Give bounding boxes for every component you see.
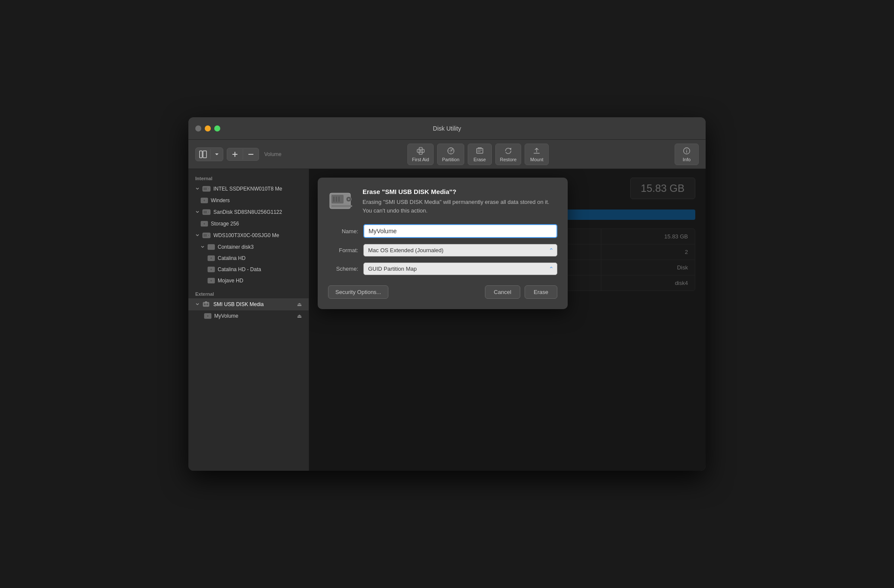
format-select[interactable]: Mac OS Extended (Journaled) Mac OS Exten…: [363, 244, 557, 256]
volume-group: [227, 148, 259, 161]
catalina-hd-data-name: Catalina HD - Data: [218, 266, 261, 272]
partition-label: Partition: [442, 157, 459, 162]
maximize-button[interactable]: [214, 125, 220, 131]
add-volume-button[interactable]: [227, 148, 243, 160]
modal-buttons: Security Options... Cancel Erase: [328, 285, 557, 299]
scheme-row: Scheme: GUID Partition Map Master Boot R…: [328, 263, 557, 275]
app-window: Disk Utility: [188, 117, 706, 471]
modal-description: Erasing "SMI USB DISK Media" will perman…: [363, 198, 557, 215]
svg-point-17: [203, 222, 206, 225]
format-row: Format: Mac OS Extended (Journaled) Mac …: [328, 244, 557, 256]
sidebar-item-wds-drive[interactable]: WDS100T3X0C-00SJG0 Me: [188, 229, 309, 241]
mount-button[interactable]: Mount: [525, 144, 549, 165]
scheme-select[interactable]: GUID Partition Map Master Boot Record Ap…: [363, 263, 557, 275]
sidebar-item-container-disk3[interactable]: Container disk3: [195, 241, 309, 253]
erase-modal: Erase "SMI USB DISK Media"? Erasing "SMI…: [318, 178, 568, 309]
sidebar: Internal INTEL SSDPEKNW010T8 Me Wind: [188, 169, 309, 471]
svg-point-15: [208, 211, 209, 213]
sidebar-item-smi-drive[interactable]: SMI USB DISK Media ⏏: [188, 298, 309, 310]
titlebar: Disk Utility: [188, 117, 706, 140]
svg-rect-36: [331, 205, 352, 207]
wds-drive-name: WDS100T3X0C-00SJG0 Me: [213, 232, 279, 238]
external-section-label: External: [188, 290, 309, 298]
restore-button[interactable]: Restore: [495, 144, 522, 165]
window-title: Disk Utility: [433, 125, 461, 132]
scheme-select-wrapper: GUID Partition Map Master Boot Record Ap…: [363, 263, 557, 275]
intel-children: Winders: [188, 195, 309, 206]
name-label: Name:: [328, 228, 358, 235]
svg-point-23: [210, 257, 213, 260]
modal-header-text: Erase "SMI USB DISK Media"? Erasing "SMI…: [363, 188, 557, 216]
name-input[interactable]: [363, 224, 557, 238]
svg-rect-1: [203, 151, 206, 158]
toolbar: Volume First Aid Partition: [188, 140, 706, 169]
svg-rect-39: [333, 197, 334, 202]
view-dropdown-button[interactable]: [211, 149, 223, 160]
view-sidebar-button[interactable]: [196, 148, 210, 161]
container-disk3-name: Container disk3: [218, 244, 253, 250]
svg-rect-31: [206, 303, 208, 305]
eject-icon-smi[interactable]: ⏏: [297, 301, 302, 307]
mojave-hd-name: Mojave HD: [218, 278, 243, 284]
traffic-lights: [195, 125, 220, 131]
svg-rect-40: [336, 197, 337, 202]
info-button[interactable]: Info: [675, 144, 699, 165]
svg-rect-5: [477, 148, 483, 153]
first-aid-button[interactable]: First Aid: [407, 144, 434, 165]
erase-label: Erase: [473, 157, 486, 162]
sandisk-drive-name: SanDisk SD8SN8U256G1122: [213, 209, 282, 215]
svg-rect-30: [204, 303, 206, 305]
modal-title: Erase "SMI USB DISK Media"?: [363, 188, 557, 195]
intel-drive-name: INTEL SSDPEKNW010T8 Me: [213, 186, 282, 192]
svg-rect-14: [203, 211, 207, 213]
sidebar-item-winders[interactable]: Winders: [195, 195, 309, 206]
modal-header: Erase "SMI USB DISK Media"? Erasing "SMI…: [328, 188, 557, 216]
modal-disk-icon: [328, 188, 356, 216]
svg-point-12: [203, 199, 206, 202]
eject-icon-myvolume[interactable]: ⏏: [297, 313, 302, 319]
sidebar-item-catalina-hd-data[interactable]: Catalina HD - Data: [195, 264, 309, 275]
erase-confirm-button[interactable]: Erase: [525, 285, 557, 299]
svg-rect-29: [205, 301, 207, 303]
svg-rect-0: [200, 151, 202, 158]
winders-name: Winders: [211, 197, 230, 203]
partition-button[interactable]: Partition: [437, 144, 464, 165]
erase-button[interactable]: Erase: [468, 144, 492, 165]
svg-point-38: [348, 198, 350, 200]
svg-point-33: [206, 315, 209, 317]
content-area: 15.83 GB Location: External Capacity: 15…: [309, 169, 706, 471]
volume-label: Volume: [264, 151, 281, 157]
sidebar-item-myvolume[interactable]: MyVolume ⏏: [195, 310, 309, 322]
security-options-button[interactable]: Security Options...: [328, 285, 388, 299]
info-label: Info: [683, 157, 691, 162]
svg-point-20: [208, 235, 209, 236]
first-aid-label: First Aid: [412, 157, 429, 162]
smi-drive-name: SMI USB DISK Media: [213, 301, 294, 307]
name-row: Name:: [328, 224, 557, 238]
format-select-wrapper: Mac OS Extended (Journaled) Mac OS Exten…: [363, 244, 557, 256]
sidebar-item-mojave-hd[interactable]: Mojave HD: [195, 275, 309, 286]
modal-form: Name: Format: Mac OS Extended (Journaled…: [328, 224, 557, 275]
sidebar-item-storage256[interactable]: Storage 256: [195, 218, 309, 229]
mount-label: Mount: [530, 157, 544, 162]
main-area: Internal INTEL SSDPEKNW010T8 Me Wind: [188, 169, 706, 471]
svg-rect-19: [203, 234, 207, 237]
minimize-button[interactable]: [205, 125, 211, 131]
svg-point-25: [210, 268, 213, 271]
restore-label: Restore: [500, 157, 517, 162]
view-group: [195, 147, 223, 161]
close-button[interactable]: [195, 125, 201, 131]
storage256-name: Storage 256: [211, 221, 239, 227]
cancel-button[interactable]: Cancel: [485, 285, 520, 299]
svg-point-27: [210, 279, 213, 282]
scheme-label: Scheme:: [328, 266, 358, 272]
sidebar-item-catalina-hd[interactable]: Catalina HD: [195, 253, 309, 264]
catalina-hd-name: Catalina HD: [218, 255, 246, 261]
remove-volume-button[interactable]: [243, 148, 259, 160]
sandisk-children: Storage 256: [188, 218, 309, 229]
sidebar-item-intel-drive[interactable]: INTEL SSDPEKNW010T8 Me: [188, 183, 309, 195]
svg-point-10: [208, 188, 209, 190]
internal-section-label: Internal: [188, 174, 309, 183]
sidebar-item-sandisk-drive[interactable]: SanDisk SD8SN8U256G1122: [188, 206, 309, 218]
format-label: Format:: [328, 247, 358, 253]
